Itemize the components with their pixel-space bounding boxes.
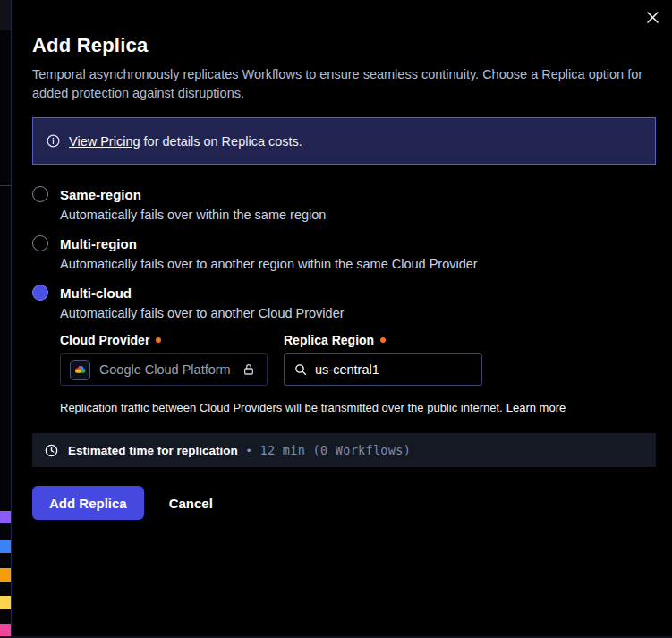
gcp-logo-icon — [70, 360, 90, 380]
close-button[interactable] — [644, 9, 660, 25]
info-icon — [46, 133, 61, 149]
cloud-provider-value: Google Cloud Platform — [99, 362, 231, 377]
radio-selected-icon[interactable] — [32, 285, 48, 301]
add-replica-button[interactable]: Add Replica — [32, 486, 144, 520]
estimate-separator: • — [247, 444, 251, 457]
pricing-banner-rest: for details on Replica costs. — [140, 134, 302, 149]
required-dot — [380, 337, 386, 343]
background-divider — [0, 185, 11, 186]
modal-description: Temporal asynchronously replicates Workf… — [32, 65, 656, 103]
multi-cloud-form: Cloud Provider — [60, 333, 656, 386]
option-description: Automatically fails over within the same… — [60, 208, 656, 222]
radio-unselected-icon[interactable] — [32, 235, 48, 251]
cloud-provider-label: Cloud Provider — [60, 333, 268, 347]
view-pricing-link[interactable]: View Pricing — [69, 134, 140, 149]
add-replica-modal: Add Replica Temporal asynchronously repl… — [12, 0, 672, 636]
background-stripe — [0, 511, 11, 523]
background-stripe — [0, 596, 11, 609]
required-dot — [156, 337, 161, 343]
option-label: Same-region — [60, 187, 141, 202]
background-stripe — [0, 540, 11, 553]
search-icon — [293, 362, 308, 377]
cloud-provider-select[interactable]: Google Cloud Platform — [60, 353, 268, 386]
cancel-button[interactable]: Cancel — [169, 496, 213, 511]
field-label-text: Cloud Provider — [60, 333, 149, 347]
pricing-banner-text: View Pricing for details on Replica cost… — [69, 134, 302, 149]
option-label: Multi-cloud — [60, 285, 132, 301]
page-title: Add Replica — [32, 34, 656, 57]
replica-region-label: Replica Region — [284, 333, 482, 347]
cloud-provider-field-group: Cloud Provider — [60, 333, 268, 386]
clock-icon — [44, 443, 59, 458]
option-label: Multi-region — [60, 236, 137, 251]
background-stripe — [0, 568, 11, 582]
learn-more-link[interactable]: Learn more — [506, 401, 566, 414]
field-label-text: Replica Region — [284, 333, 374, 347]
replica-region-field-group: Replica Region — [284, 333, 482, 386]
replica-region-input[interactable] — [315, 362, 472, 377]
estimate-banner: Estimated time for replication • 12 min … — [32, 433, 656, 467]
option-multi-region: Multi-region Automatically fails over to… — [32, 235, 656, 271]
radio-multi-cloud[interactable]: Multi-cloud — [32, 285, 656, 301]
radio-multi-region[interactable]: Multi-region — [32, 235, 656, 251]
note-text: Replication traffic between Cloud Provid… — [60, 401, 503, 414]
public-internet-note: Replication traffic between Cloud Provid… — [60, 401, 656, 414]
lock-icon — [242, 362, 256, 377]
option-multi-cloud: Multi-cloud Automatically fails over to … — [32, 285, 656, 414]
option-description: Automatically fails over to another Clou… — [60, 306, 656, 320]
replica-region-searchbox[interactable] — [284, 353, 482, 386]
pricing-info-banner: View Pricing for details on Replica cost… — [32, 117, 656, 165]
replica-options: Same-region Automatically fails over wit… — [32, 186, 656, 414]
close-icon — [646, 11, 659, 24]
radio-unselected-icon[interactable] — [32, 186, 48, 202]
estimate-label: Estimated time for replication — [68, 444, 238, 457]
background-page-edge — [0, 0, 11, 638]
estimate-value: 12 min (0 Workflows) — [260, 443, 412, 457]
option-same-region: Same-region Automatically fails over wit… — [32, 186, 656, 222]
background-block — [0, 0, 11, 30]
modal-actions: Add Replica Cancel — [32, 486, 656, 520]
option-description: Automatically fails over to another regi… — [60, 257, 656, 271]
radio-same-region[interactable]: Same-region — [32, 186, 656, 202]
